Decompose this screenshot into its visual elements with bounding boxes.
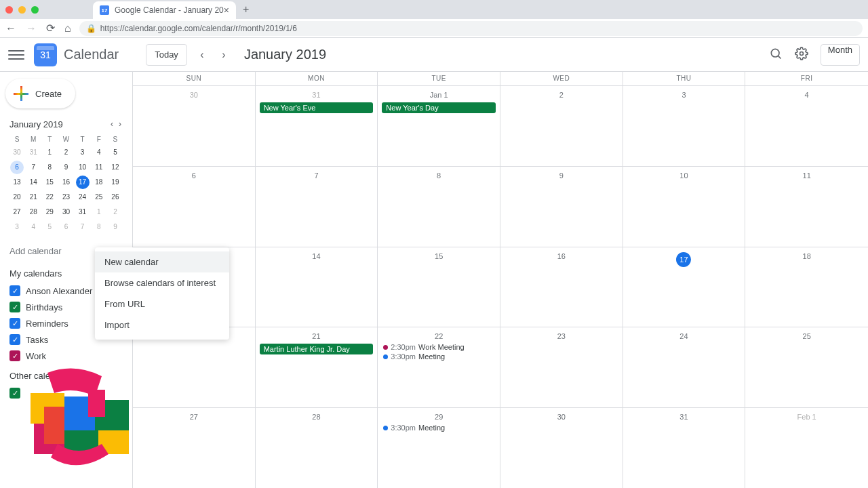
mini-day-cell[interactable]: 4 (92, 146, 106, 159)
mini-day-cell[interactable]: 30 (10, 146, 24, 159)
menu-item[interactable]: Browse calendars of interest (95, 272, 229, 293)
mini-day-cell[interactable]: 1 (43, 146, 56, 159)
maximize-window-icon[interactable] (31, 6, 39, 14)
view-selector[interactable]: Month (821, 44, 860, 66)
reload-icon[interactable]: ⟳ (46, 22, 55, 35)
mini-day-cell[interactable]: 16 (59, 176, 73, 189)
day-cell[interactable]: 27 (133, 408, 256, 488)
day-cell[interactable]: 11 (745, 167, 868, 247)
mini-day-cell[interactable]: 13 (10, 176, 24, 189)
mini-day-cell[interactable]: 2 (108, 205, 122, 219)
mini-day-cell[interactable]: 19 (108, 176, 122, 189)
day-cell[interactable]: 30 (133, 86, 256, 166)
home-icon[interactable]: ⌂ (64, 22, 71, 35)
address-bar[interactable]: 🔒 https://calendar.google.com/calendar/r… (79, 21, 863, 36)
mini-day-cell[interactable]: 20 (10, 190, 24, 204)
mini-day-cell[interactable]: 11 (92, 161, 106, 174)
day-cell[interactable]: 21Martin Luther King Jr. Day (256, 327, 378, 407)
day-cell[interactable]: 8 (378, 167, 500, 247)
close-window-icon[interactable] (5, 6, 13, 14)
day-cell[interactable]: 24 (623, 327, 746, 407)
day-cell[interactable]: 30 (500, 408, 623, 488)
mini-next-icon[interactable]: › (117, 118, 123, 130)
mini-day-cell[interactable]: 30 (59, 205, 73, 219)
day-cell[interactable]: 31 (623, 408, 746, 488)
mini-day-cell[interactable]: 26 (108, 190, 122, 204)
calendar-checkbox[interactable]: ✓ (9, 318, 20, 329)
forward-icon[interactable]: → (26, 22, 37, 35)
minimize-window-icon[interactable] (18, 6, 26, 14)
day-cell[interactable]: 23 (500, 327, 623, 407)
mini-day-cell[interactable]: 4 (26, 220, 40, 234)
timed-event[interactable]: 3:30pmMeeting (380, 352, 497, 361)
close-tab-icon[interactable]: × (224, 5, 229, 16)
mini-day-cell[interactable]: 29 (43, 205, 56, 219)
day-cell[interactable]: 20 (133, 327, 256, 407)
mini-day-cell[interactable]: 31 (26, 146, 40, 159)
day-cell[interactable]: 25 (745, 327, 868, 407)
mini-day-cell[interactable]: 9 (59, 161, 73, 174)
mini-day-cell[interactable]: 7 (76, 220, 90, 234)
day-cell[interactable]: 293:30pmMeeting (378, 408, 500, 488)
mini-day-cell[interactable]: 9 (108, 220, 122, 234)
all-day-event[interactable]: New Year's Eve (260, 102, 374, 113)
mini-day-cell[interactable]: 24 (76, 190, 90, 204)
prev-month-button[interactable]: ‹ (193, 45, 212, 64)
mini-day-cell[interactable]: 28 (26, 205, 40, 219)
day-cell[interactable]: 2 (500, 86, 623, 166)
menu-item[interactable]: Import (95, 314, 229, 336)
mini-day-cell[interactable]: 22 (43, 190, 56, 204)
timed-event[interactable]: 2:30pmWork Meeting (380, 342, 497, 352)
mini-day-cell[interactable]: 27 (10, 205, 24, 219)
mini-day-cell[interactable]: 5 (108, 146, 122, 159)
calendar-checkbox[interactable]: ✓ (9, 334, 20, 345)
search-icon[interactable] (769, 47, 783, 63)
all-day-event[interactable]: Martin Luther King Jr. Day (260, 344, 374, 354)
day-cell[interactable]: 3 (623, 86, 746, 166)
mini-day-cell[interactable]: 23 (59, 190, 73, 204)
mini-day-cell[interactable]: 8 (43, 161, 56, 174)
mini-day-cell[interactable]: 3 (10, 220, 24, 234)
mini-day-cell[interactable]: 21 (26, 190, 40, 204)
settings-gear-icon[interactable] (795, 47, 808, 63)
create-button[interactable]: Create (5, 79, 75, 108)
mini-day-cell[interactable]: 18 (92, 176, 106, 189)
day-cell[interactable]: 6 (133, 167, 256, 247)
mini-day-cell[interactable]: 3 (76, 146, 90, 159)
mini-day-cell[interactable]: 7 (26, 161, 40, 174)
day-cell[interactable]: 28 (256, 408, 378, 488)
next-month-button[interactable]: › (214, 45, 233, 64)
day-cell[interactable]: 7 (256, 167, 378, 247)
new-tab-button[interactable]: + (243, 3, 249, 16)
menu-item[interactable]: From URL (95, 293, 229, 314)
mini-day-cell[interactable]: 31 (76, 205, 90, 219)
hamburger-menu-icon[interactable] (8, 47, 24, 63)
browser-tab[interactable]: 17 Google Calendar - January 20 × (93, 1, 236, 19)
back-icon[interactable]: ← (5, 22, 16, 35)
day-cell[interactable]: 31New Year's Eve (256, 86, 378, 166)
mini-day-cell[interactable]: 1 (92, 205, 106, 219)
mini-day-cell[interactable]: 5 (43, 220, 56, 234)
day-cell[interactable]: Feb 1 (745, 408, 868, 488)
day-cell[interactable]: 9 (500, 167, 623, 247)
mini-day-cell[interactable]: 8 (92, 220, 106, 234)
day-cell[interactable]: 15 (378, 247, 500, 327)
day-cell[interactable]: 14 (256, 247, 378, 327)
calendar-checkbox[interactable]: ✓ (9, 285, 20, 296)
today-button[interactable]: Today (146, 44, 187, 66)
mini-prev-icon[interactable]: ‹ (109, 118, 115, 130)
day-cell[interactable]: 18 (745, 247, 868, 327)
all-day-event[interactable]: New Year's Day (382, 102, 496, 113)
mini-day-cell[interactable]: 6 (10, 161, 24, 174)
mini-day-cell[interactable]: 2 (59, 146, 73, 159)
day-cell[interactable]: Jan 1New Year's Day (378, 86, 500, 166)
mini-day-cell[interactable]: 12 (108, 161, 122, 174)
mini-day-cell[interactable]: 25 (92, 190, 106, 204)
mini-day-cell[interactable]: 17 (76, 176, 90, 189)
mini-day-cell[interactable]: 6 (59, 220, 73, 234)
day-cell[interactable]: 16 (500, 247, 623, 327)
day-cell[interactable]: 222:30pmWork Meeting3:30pmMeeting (378, 327, 500, 407)
menu-item[interactable]: New calendar (95, 251, 229, 272)
timed-event[interactable]: 3:30pmMeeting (380, 423, 497, 432)
day-cell[interactable]: 4 (745, 86, 868, 166)
